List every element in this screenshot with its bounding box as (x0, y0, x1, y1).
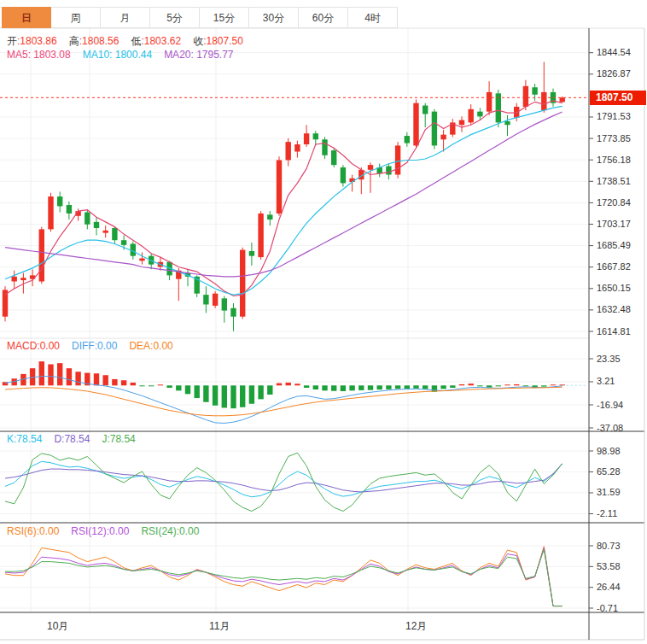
macd-histogram-bar (213, 385, 218, 405)
macd-histogram-bar (560, 384, 565, 385)
macd-histogram-bar (67, 368, 72, 385)
macd-histogram-bar (48, 365, 53, 386)
candle-body (432, 112, 437, 146)
macd-histogram-bar (541, 385, 546, 386)
rsi-readout: RSI(6):0.00RSI(12):0.00RSI(24):0.00 (7, 525, 211, 537)
ohlc-item: 高:1808.56 (69, 35, 119, 47)
y-axis-label: 1826.87 (597, 68, 644, 79)
macd-histogram-bar (459, 384, 464, 385)
candle-body (487, 92, 492, 112)
j-line (5, 453, 562, 511)
macd-histogram-bar (523, 385, 528, 386)
candle-body (459, 120, 464, 126)
candle-body (94, 222, 99, 228)
macd-histogram-bar (103, 375, 108, 385)
legend-item: DEA:0.00 (129, 340, 172, 352)
macd-histogram-bar (112, 379, 117, 385)
candle-body (230, 308, 236, 317)
candle-body (57, 196, 62, 206)
macd-histogram-bar (277, 383, 282, 386)
macd-histogram-bar (222, 385, 227, 407)
macd-histogram-bar (313, 385, 318, 389)
ohlc-item: 开:1803.86 (7, 35, 57, 47)
candle-body (48, 196, 53, 229)
y-axis-label: 23.35 (597, 354, 644, 364)
y-axis-label: 1844.54 (597, 47, 644, 57)
candle-body (413, 103, 418, 146)
y-axis-label: 3.21 (597, 376, 644, 386)
candle-body (112, 228, 117, 240)
ma20-line (5, 112, 562, 277)
candle-body (203, 295, 208, 304)
interval-tab-4[interactable]: 5分 (150, 7, 200, 28)
macd-histogram-bar (176, 385, 181, 390)
macd-histogram-bar (322, 385, 327, 390)
candle-body (213, 294, 218, 306)
interval-tab-3[interactable]: 月 (101, 7, 150, 28)
interval-tab-6[interactable]: 30分 (249, 7, 299, 28)
interval-tab-5[interactable]: 15分 (200, 7, 249, 28)
macd-histogram-bar (249, 385, 254, 403)
candle-body (322, 139, 327, 155)
candle-body (395, 145, 400, 174)
macd-histogram-bar (440, 385, 446, 389)
candle-body (405, 136, 410, 143)
interval-tab-7[interactable]: 60分 (299, 7, 348, 28)
legend-item: RSI(6):0.00 (7, 525, 59, 537)
y-axis-label: 1614.81 (597, 326, 644, 337)
x-axis-label: 12月 (405, 619, 427, 634)
y-axis-label: -37.08 (597, 423, 644, 433)
candle-body (469, 109, 474, 123)
candle-body (514, 107, 519, 118)
candle-body (258, 214, 263, 257)
candle-body (523, 86, 528, 107)
macd-histogram-bar (514, 384, 519, 385)
candle-body (532, 87, 537, 95)
interval-tab-2[interactable]: 周 (51, 7, 101, 28)
candle-body (222, 298, 227, 310)
macd-histogram-bar (358, 385, 364, 390)
x-axis-label: 10月 (47, 619, 68, 634)
candle-body (477, 112, 482, 117)
chart-canvas[interactable] (0, 0, 647, 644)
candle-body (286, 142, 291, 160)
rsi12-line (5, 547, 562, 606)
macd-histogram-bar (413, 385, 418, 388)
y-axis-label: 53.58 (597, 561, 644, 571)
x-axis-label: 11月 (209, 619, 230, 634)
macd-histogram-bar (131, 383, 136, 385)
ohlc-item: 收:1807.50 (193, 35, 243, 47)
legend-item: RSI(12):0.00 (71, 525, 129, 537)
candle-body (277, 160, 282, 213)
y-axis-label: 31.59 (597, 487, 644, 497)
macd-histogram-bar (75, 372, 80, 385)
stock-chart-app: 日周月5分15分30分60分4时 开:1803.86高:1808.56低:180… (0, 0, 647, 644)
current-price-tag: 1807.50 (590, 91, 646, 105)
candle-body (267, 214, 272, 220)
macd-histogram-bar (258, 385, 263, 399)
rsi6-line (5, 547, 562, 606)
macd-histogram-bar (240, 385, 245, 407)
candle-body (541, 92, 546, 110)
macd-readout: MACD:0.00DIFF:0.00DEA:0.00 (7, 340, 185, 352)
y-axis-label: 1632.48 (597, 304, 644, 314)
macd-histogram-bar (487, 385, 492, 387)
legend-item: MACD:0.00 (7, 340, 60, 352)
candle-body (440, 135, 446, 140)
macd-histogram-bar (341, 385, 346, 391)
ma10-line (5, 106, 562, 295)
y-axis-label: 1720.84 (597, 197, 644, 208)
interval-toolbar: 日周月5分15分30分60分4时 (2, 7, 398, 28)
ma-readout: MA5: 1803.08MA10: 1800.44MA20: 1795.77 (7, 49, 246, 61)
candle-body (560, 97, 565, 102)
macd-histogram-bar (423, 385, 428, 389)
candle-body (341, 167, 346, 183)
kdj-readout: K:78.54D:78.54J:78.54 (7, 433, 148, 445)
candle-body (331, 150, 336, 165)
interval-tab-8[interactable]: 4时 (348, 7, 398, 28)
y-axis-label: 1756.18 (597, 155, 644, 165)
y-axis-label: -0.71 (597, 603, 644, 613)
interval-tab-1[interactable]: 日 (2, 7, 51, 28)
macd-histogram-bar (331, 385, 336, 390)
macd-histogram-bar (496, 385, 501, 386)
